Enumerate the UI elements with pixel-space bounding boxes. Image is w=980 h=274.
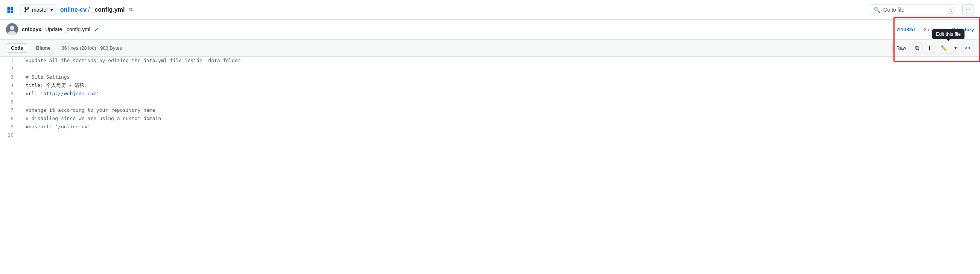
download-icon: ⬇ bbox=[928, 45, 932, 51]
code-line-2: 2 bbox=[0, 65, 980, 73]
edit-file-button[interactable]: ✏️ bbox=[937, 43, 951, 53]
raw-button[interactable]: Raw bbox=[892, 43, 910, 53]
file-name: _config.yml bbox=[91, 6, 124, 13]
search-placeholder: Go to file bbox=[883, 7, 904, 13]
history-label: History bbox=[957, 27, 974, 32]
line-content-4: title: 个人简历 - 清弦. bbox=[19, 82, 93, 90]
code-line-10: 10 bbox=[0, 131, 980, 140]
code-line-6: 6 bbox=[0, 98, 980, 107]
nav-icon[interactable] bbox=[6, 5, 17, 15]
line-content-7: #change it according to your repository … bbox=[19, 107, 161, 115]
search-box[interactable]: 🔍 Go to file t bbox=[869, 5, 959, 15]
repo-link[interactable]: online-cv bbox=[60, 6, 87, 13]
line-content-8: # disabling since we are using a custom … bbox=[19, 115, 167, 123]
code-line-9: 9 #baseurl: '/online-cv' bbox=[0, 123, 980, 131]
copy-icon: ⧉ bbox=[129, 7, 132, 13]
commit-author[interactable]: cnicpyx bbox=[22, 26, 41, 32]
toolbar-actions: Raw ⧉ ⬇ Edit this file ✏️ ▾ bbox=[892, 43, 974, 53]
code-line-3: 3 # Site Settings bbox=[0, 73, 980, 82]
line-num-1: 1 bbox=[0, 57, 19, 65]
svg-rect-1 bbox=[11, 7, 13, 10]
line-num-10: 10 bbox=[0, 131, 19, 140]
commit-message: Update _config.yml bbox=[45, 26, 90, 32]
check-icon: ✓ bbox=[94, 26, 99, 33]
toolbar-wrapper: Code Blame 36 lines (28 loc) · 983 Bytes… bbox=[0, 40, 980, 57]
shortcut-badge: t bbox=[948, 7, 954, 13]
blame-tab[interactable]: Blame bbox=[31, 43, 56, 53]
pen-icon: ✏️ bbox=[941, 45, 947, 51]
commit-bar: cnicpyx Update _config.yml ✓ 7f1d82d · 2… bbox=[0, 19, 980, 40]
branch-name: master bbox=[32, 7, 48, 13]
top-bar-right: 🔍 Go to file t ··· bbox=[869, 4, 974, 16]
svg-rect-2 bbox=[8, 10, 10, 13]
edit-group: Edit this file ✏️ ▾ bbox=[937, 43, 960, 53]
code-line-5: 5 url: 'http://webjeda.com' bbox=[0, 90, 980, 98]
code-line-7: 7 #change it according to your repositor… bbox=[0, 107, 980, 115]
code-line-1: 1 #Update all the sections by editing th… bbox=[0, 57, 980, 65]
breadcrumb: online-cv / _config.yml bbox=[60, 6, 125, 13]
line-num-4: 4 bbox=[0, 82, 19, 90]
commit-time: 2 days ago bbox=[924, 27, 948, 32]
code-container: 1 #Update all the sections by editing th… bbox=[0, 57, 980, 140]
more-options-button[interactable]: ··· bbox=[963, 4, 974, 16]
svg-rect-0 bbox=[8, 7, 10, 10]
file-toolbar: Code Blame 36 lines (28 loc) · 983 Bytes… bbox=[0, 40, 980, 57]
copy-raw-button[interactable]: ⧉ bbox=[912, 43, 923, 53]
copy-path-button[interactable]: ⧉ bbox=[127, 5, 134, 14]
line-content-5: url: 'http://webjeda.com' bbox=[19, 90, 105, 98]
code-view-button[interactable]: <> bbox=[962, 43, 974, 53]
search-icon: 🔍 bbox=[874, 7, 880, 13]
branch-chevron: ▾ bbox=[51, 7, 53, 13]
code-tab[interactable]: Code bbox=[6, 43, 28, 53]
line-num-8: 8 bbox=[0, 115, 19, 123]
line-num-7: 7 bbox=[0, 107, 19, 115]
history-icon: ↺ bbox=[951, 27, 956, 32]
history-button[interactable]: ↺ History bbox=[951, 27, 974, 32]
line-num-9: 9 bbox=[0, 123, 19, 131]
code-view-icon: <> bbox=[965, 45, 970, 51]
code-line-8: 8 # disabling since we are using a custo… bbox=[0, 115, 980, 123]
commit-meta: 7f1d82d · 2 days ago ↺ History bbox=[896, 27, 974, 32]
line-content-3: # Site Settings bbox=[19, 73, 76, 82]
line-content-10 bbox=[19, 131, 32, 140]
top-bar: master ▾ online-cv / _config.yml ⧉ 🔍 Go … bbox=[0, 0, 980, 19]
svg-rect-3 bbox=[11, 10, 13, 13]
code-line-4: 4 title: 个人简历 - 清弦. bbox=[0, 82, 980, 90]
avatar bbox=[6, 23, 18, 35]
line-content-1: #Update all the sections by editing the … bbox=[19, 57, 250, 65]
line-num-5: 5 bbox=[0, 90, 19, 98]
dropdown-icon: ▾ bbox=[955, 46, 957, 51]
edit-dropdown-button[interactable]: ▾ bbox=[951, 44, 960, 53]
line-content-2 bbox=[19, 65, 32, 73]
file-info: 36 lines (28 loc) · 983 Bytes bbox=[62, 45, 122, 51]
line-content-6 bbox=[19, 98, 32, 107]
copy-raw-icon: ⧉ bbox=[915, 45, 919, 51]
line-content-9: #baseurl: '/online-cv' bbox=[19, 123, 96, 131]
line-num-3: 3 bbox=[0, 73, 19, 82]
line-num-2: 2 bbox=[0, 65, 19, 73]
commit-hash[interactable]: 7f1d82d bbox=[896, 27, 915, 32]
download-button[interactable]: ⬇ bbox=[924, 43, 935, 53]
top-bar-left: master ▾ online-cv / _config.yml ⧉ bbox=[6, 5, 866, 15]
line-num-6: 6 bbox=[0, 98, 19, 107]
svg-point-5 bbox=[10, 25, 14, 30]
breadcrumb-separator: / bbox=[88, 6, 89, 13]
branch-button[interactable]: master ▾ bbox=[19, 5, 57, 15]
more-icon: ··· bbox=[966, 6, 970, 13]
commit-dot: · bbox=[919, 27, 920, 32]
page-wrapper: master ▾ online-cv / _config.yml ⧉ 🔍 Go … bbox=[0, 0, 980, 140]
